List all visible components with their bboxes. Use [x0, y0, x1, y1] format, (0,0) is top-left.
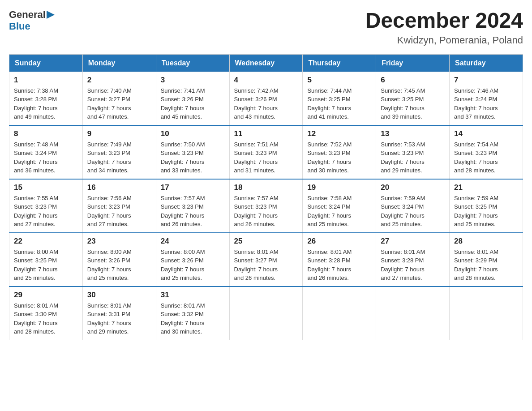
day-info: Sunrise: 8:01 AM Sunset: 3:27 PM Dayligh… — [234, 248, 298, 283]
day-number: 6 — [381, 76, 445, 85]
col-saturday: Saturday — [450, 54, 523, 72]
day-info: Sunrise: 7:49 AM Sunset: 3:23 PM Dayligh… — [87, 140, 151, 175]
day-info: Sunrise: 7:56 AM Sunset: 3:23 PM Dayligh… — [87, 194, 151, 229]
day-number: 10 — [161, 129, 225, 138]
day-number: 3 — [161, 76, 225, 85]
table-row: 12 Sunrise: 7:52 AM Sunset: 3:23 PM Dayl… — [303, 125, 376, 179]
table-row — [450, 287, 523, 340]
table-row: 13 Sunrise: 7:53 AM Sunset: 3:23 PM Dayl… — [376, 125, 450, 179]
day-number: 29 — [14, 291, 78, 300]
day-info: Sunrise: 8:00 AM Sunset: 3:26 PM Dayligh… — [87, 248, 151, 283]
day-number: 7 — [454, 76, 518, 85]
table-row: 15 Sunrise: 7:55 AM Sunset: 3:23 PM Dayl… — [9, 179, 83, 233]
calendar-week-row: 15 Sunrise: 7:55 AM Sunset: 3:23 PM Dayl… — [9, 179, 523, 233]
day-number: 15 — [14, 183, 78, 192]
day-info: Sunrise: 7:48 AM Sunset: 3:24 PM Dayligh… — [14, 140, 78, 175]
table-row: 18 Sunrise: 7:57 AM Sunset: 3:23 PM Dayl… — [229, 179, 303, 233]
day-info: Sunrise: 7:50 AM Sunset: 3:23 PM Dayligh… — [161, 140, 225, 175]
table-row: 24 Sunrise: 8:00 AM Sunset: 3:26 PM Dayl… — [156, 233, 229, 287]
calendar-week-row: 8 Sunrise: 7:48 AM Sunset: 3:24 PM Dayli… — [9, 125, 523, 179]
day-number: 5 — [307, 76, 371, 85]
day-number: 23 — [87, 237, 151, 246]
day-number: 20 — [381, 183, 445, 192]
day-number: 24 — [161, 237, 225, 246]
col-friday: Friday — [376, 54, 450, 72]
day-info: Sunrise: 7:44 AM Sunset: 3:25 PM Dayligh… — [307, 86, 371, 121]
day-number: 17 — [161, 183, 225, 192]
day-number: 19 — [307, 183, 371, 192]
day-number: 4 — [234, 76, 298, 85]
table-row: 22 Sunrise: 8:00 AM Sunset: 3:25 PM Dayl… — [9, 233, 83, 287]
day-number: 14 — [454, 129, 518, 138]
logo-general: General — [9, 9, 56, 21]
col-monday: Monday — [82, 54, 156, 72]
table-row: 5 Sunrise: 7:44 AM Sunset: 3:25 PM Dayli… — [303, 72, 376, 125]
title-section: December 2024 Kwidzyn, Pomerania, Poland — [365, 9, 523, 46]
day-info: Sunrise: 7:54 AM Sunset: 3:23 PM Dayligh… — [454, 140, 518, 175]
col-thursday: Thursday — [303, 54, 376, 72]
table-row: 1 Sunrise: 7:38 AM Sunset: 3:28 PM Dayli… — [9, 72, 83, 125]
day-info: Sunrise: 7:58 AM Sunset: 3:24 PM Dayligh… — [307, 194, 371, 229]
col-tuesday: Tuesday — [156, 54, 229, 72]
calendar-week-row: 29 Sunrise: 8:01 AM Sunset: 3:30 PM Dayl… — [9, 287, 523, 340]
day-number: 12 — [307, 129, 371, 138]
day-number: 30 — [87, 291, 151, 300]
day-info: Sunrise: 7:52 AM Sunset: 3:23 PM Dayligh… — [307, 140, 371, 175]
day-number: 26 — [307, 237, 371, 246]
day-info: Sunrise: 7:55 AM Sunset: 3:23 PM Dayligh… — [14, 194, 78, 229]
day-info: Sunrise: 7:53 AM Sunset: 3:23 PM Dayligh… — [381, 140, 445, 175]
day-info: Sunrise: 7:40 AM Sunset: 3:27 PM Dayligh… — [87, 86, 151, 121]
day-info: Sunrise: 7:59 AM Sunset: 3:25 PM Dayligh… — [454, 194, 518, 229]
day-info: Sunrise: 8:01 AM Sunset: 3:28 PM Dayligh… — [381, 248, 445, 283]
table-row: 8 Sunrise: 7:48 AM Sunset: 3:24 PM Dayli… — [9, 125, 83, 179]
table-row: 23 Sunrise: 8:00 AM Sunset: 3:26 PM Dayl… — [82, 233, 156, 287]
table-row: 28 Sunrise: 8:01 AM Sunset: 3:29 PM Dayl… — [450, 233, 523, 287]
month-title: December 2024 — [365, 9, 523, 33]
day-number: 18 — [234, 183, 298, 192]
day-number: 1 — [14, 76, 78, 85]
table-row: 17 Sunrise: 7:57 AM Sunset: 3:23 PM Dayl… — [156, 179, 229, 233]
table-row: 20 Sunrise: 7:59 AM Sunset: 3:24 PM Dayl… — [376, 179, 450, 233]
day-info: Sunrise: 8:01 AM Sunset: 3:29 PM Dayligh… — [454, 248, 518, 283]
table-row: 26 Sunrise: 8:01 AM Sunset: 3:28 PM Dayl… — [303, 233, 376, 287]
day-info: Sunrise: 8:01 AM Sunset: 3:32 PM Dayligh… — [161, 301, 225, 336]
calendar-table: Sunday Monday Tuesday Wednesday Thursday… — [9, 54, 523, 340]
day-number: 21 — [454, 183, 518, 192]
day-number: 11 — [234, 129, 298, 138]
calendar-week-row: 1 Sunrise: 7:38 AM Sunset: 3:28 PM Dayli… — [9, 72, 523, 125]
table-row: 27 Sunrise: 8:01 AM Sunset: 3:28 PM Dayl… — [376, 233, 450, 287]
logo-arrow-icon — [46, 10, 56, 20]
table-row — [229, 287, 303, 340]
day-info: Sunrise: 7:59 AM Sunset: 3:24 PM Dayligh… — [381, 194, 445, 229]
day-info: Sunrise: 7:57 AM Sunset: 3:23 PM Dayligh… — [234, 194, 298, 229]
day-number: 28 — [454, 237, 518, 246]
table-row: 9 Sunrise: 7:49 AM Sunset: 3:23 PM Dayli… — [82, 125, 156, 179]
day-info: Sunrise: 7:46 AM Sunset: 3:24 PM Dayligh… — [454, 86, 518, 121]
table-row: 14 Sunrise: 7:54 AM Sunset: 3:23 PM Dayl… — [450, 125, 523, 179]
day-number: 13 — [381, 129, 445, 138]
logo: General Blue — [9, 9, 56, 32]
day-info: Sunrise: 7:41 AM Sunset: 3:26 PM Dayligh… — [161, 86, 225, 121]
table-row: 16 Sunrise: 7:56 AM Sunset: 3:23 PM Dayl… — [82, 179, 156, 233]
table-row: 21 Sunrise: 7:59 AM Sunset: 3:25 PM Dayl… — [450, 179, 523, 233]
table-row — [303, 287, 376, 340]
table-row: 6 Sunrise: 7:45 AM Sunset: 3:25 PM Dayli… — [376, 72, 450, 125]
logo-blue: Blue — [9, 21, 30, 32]
day-info: Sunrise: 7:45 AM Sunset: 3:25 PM Dayligh… — [381, 86, 445, 121]
page-header: General Blue December 2024 Kwidzyn, Pome… — [9, 9, 523, 46]
table-row: 10 Sunrise: 7:50 AM Sunset: 3:23 PM Dayl… — [156, 125, 229, 179]
table-row: 11 Sunrise: 7:51 AM Sunset: 3:23 PM Dayl… — [229, 125, 303, 179]
table-row: 3 Sunrise: 7:41 AM Sunset: 3:26 PM Dayli… — [156, 72, 229, 125]
table-row: 7 Sunrise: 7:46 AM Sunset: 3:24 PM Dayli… — [450, 72, 523, 125]
day-number: 31 — [161, 291, 225, 300]
day-info: Sunrise: 8:01 AM Sunset: 3:30 PM Dayligh… — [14, 301, 78, 336]
day-number: 8 — [14, 129, 78, 138]
table-row: 29 Sunrise: 8:01 AM Sunset: 3:30 PM Dayl… — [9, 287, 83, 340]
day-info: Sunrise: 8:00 AM Sunset: 3:25 PM Dayligh… — [14, 248, 78, 283]
day-number: 27 — [381, 237, 445, 246]
col-sunday: Sunday — [9, 54, 83, 72]
table-row: 25 Sunrise: 8:01 AM Sunset: 3:27 PM Dayl… — [229, 233, 303, 287]
day-number: 2 — [87, 76, 151, 85]
table-row — [376, 287, 450, 340]
location-title: Kwidzyn, Pomerania, Poland — [365, 34, 523, 46]
